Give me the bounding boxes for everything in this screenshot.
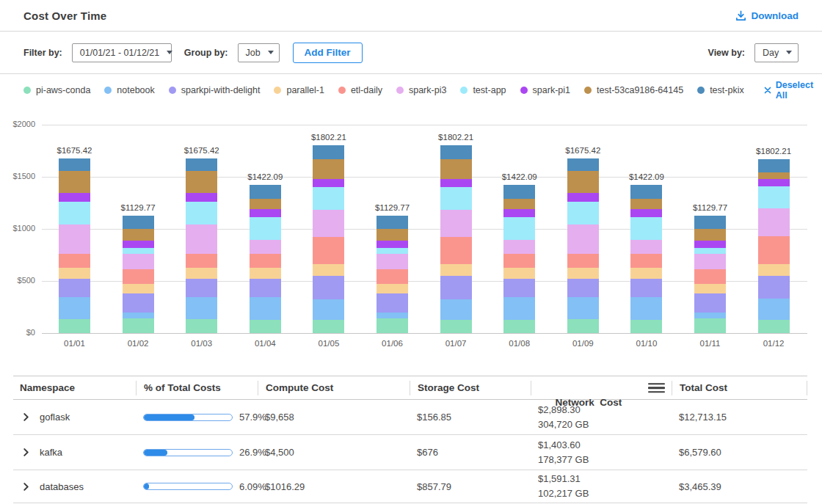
pct-total-costs-cell: 57.9% <box>136 412 258 423</box>
total-cost-cell: $6,579.60 <box>672 447 807 458</box>
stacked-bar[interactable] <box>250 185 281 333</box>
bar-segment-pi-aws-conda <box>250 320 281 333</box>
pct-total-costs-cell: 26.9% <box>136 447 258 458</box>
chevron-right-icon[interactable] <box>22 483 30 491</box>
chevron-right-icon[interactable] <box>22 413 30 421</box>
bar-segment-test-app <box>503 217 535 241</box>
bar-segment-pi-aws-conda <box>630 320 662 333</box>
bar-segment-test-53ca9186-64145 <box>758 172 790 178</box>
stacked-bar[interactable] <box>377 216 408 333</box>
date-range-dropdown[interactable]: 01/01/21 - 01/12/21 <box>72 43 172 62</box>
chart-legend-items: pi-aws-condanotebooksparkpi-with-delight… <box>23 85 744 95</box>
x-axis-tick-label: 01/06 <box>360 339 426 348</box>
x-axis-tick-label: 01/07 <box>423 339 489 348</box>
legend-item[interactable]: spark-pi1 <box>520 85 570 95</box>
stacked-bar[interactable] <box>313 145 344 333</box>
bar-segment-test-pkix <box>377 216 408 230</box>
bar-segment-sparkpi-with-delight <box>313 276 344 299</box>
legend-item[interactable]: test-pkix <box>697 85 744 95</box>
legend-dot-icon <box>520 87 528 94</box>
x-axis-tick-label: 01/08 <box>487 339 553 348</box>
stacked-bar[interactable] <box>630 185 662 333</box>
stacked-bar[interactable] <box>503 185 535 333</box>
namespace-cell[interactable]: databases <box>13 481 136 492</box>
gridline <box>42 177 807 178</box>
bar-segment-spark-pi3 <box>313 210 344 237</box>
bar-segment-notebook <box>186 297 217 319</box>
legend-item[interactable]: spark-pi3 <box>396 85 446 95</box>
legend-item-label: spark-pi3 <box>409 85 446 95</box>
bar-segment-test-pkix <box>503 185 535 199</box>
legend-dot-icon <box>697 87 705 94</box>
bar-segment-spark-pi1 <box>567 193 599 202</box>
filter-by-label: Filter by: <box>23 48 62 58</box>
bar-segment-sparkpi-with-delight <box>250 279 281 297</box>
bar-segment-parallel-1 <box>630 268 662 279</box>
bar-segment-sparkpi-with-delight <box>123 293 154 313</box>
legend-item[interactable]: test-53ca9186-64145 <box>584 85 683 95</box>
legend-item[interactable]: test-app <box>460 85 506 95</box>
network-cost-value: $1,591.31 <box>538 472 672 486</box>
bar-segment-spark-pi1 <box>123 241 154 248</box>
legend-item-label: spark-pi1 <box>533 85 570 95</box>
gridline <box>42 281 807 282</box>
download-button[interactable]: Download <box>735 10 799 21</box>
legend-dot-icon <box>396 87 404 94</box>
bar-segment-spark-pi1 <box>250 209 281 217</box>
namespace-cell[interactable]: goflask <box>13 412 136 423</box>
legend-item[interactable]: parallel-1 <box>274 85 324 95</box>
bar-segment-test-pkix <box>758 159 790 173</box>
x-axis-tick-label: 01/03 <box>169 339 235 348</box>
bar-segment-parallel-1 <box>59 268 90 279</box>
bar-total-label: $1129.77 <box>360 203 426 212</box>
bar-segment-spark-pi1 <box>694 241 726 248</box>
bar-segment-parallel-1 <box>503 268 535 279</box>
bar-segment-test-53ca9186-64145 <box>313 159 344 179</box>
stacked-bar[interactable] <box>59 158 90 333</box>
bar-segment-spark-pi3 <box>186 224 217 254</box>
bar-segment-test-53ca9186-64145 <box>567 171 599 192</box>
view-by-dropdown[interactable]: Day <box>754 43 799 62</box>
bar-segment-test-pkix <box>630 185 662 199</box>
bar-segment-notebook <box>758 299 790 319</box>
legend-dot-icon <box>274 87 281 94</box>
stacked-bar[interactable] <box>694 216 726 333</box>
namespace-cell[interactable]: kafka <box>13 447 136 458</box>
bar-segment-spark-pi1 <box>758 179 790 187</box>
bar-total-label: $1422.09 <box>232 172 298 181</box>
group-by-dropdown[interactable]: Job <box>238 43 280 62</box>
legend-item[interactable]: notebook <box>104 85 154 95</box>
column-header-network-cost: Network Cost <box>531 381 672 395</box>
bar-segment-test-pkix <box>567 158 599 171</box>
stacked-bar[interactable] <box>440 145 472 333</box>
y-axis-tick-label: $1000 <box>0 224 35 233</box>
legend-item-label: test-pkix <box>710 85 744 95</box>
add-filter-button[interactable]: Add Filter <box>293 43 363 63</box>
total-cost-cell: $12,713.15 <box>672 412 807 423</box>
legend-item-label: test-app <box>473 85 506 95</box>
view-by-value: Day <box>763 48 779 58</box>
column-menu-icon[interactable] <box>648 383 665 393</box>
legend-item[interactable]: sparkpi-with-delight <box>169 85 261 95</box>
legend-item-label: pi-aws-conda <box>36 85 90 95</box>
legend-item[interactable]: pi-aws-conda <box>23 85 90 95</box>
bar-segment-parallel-1 <box>313 264 344 276</box>
bar-segment-test-53ca9186-64145 <box>59 171 90 192</box>
column-header-storage-cost: Storage Cost <box>410 381 531 395</box>
legend-item-label: test-53ca9186-64145 <box>597 85 683 95</box>
stacked-bar[interactable] <box>186 158 217 333</box>
compute-cost-cell: $9,658 <box>258 412 410 423</box>
deselect-all-button[interactable]: Deselect All <box>764 80 813 101</box>
stacked-bar[interactable] <box>123 216 154 333</box>
namespace-label: kafka <box>40 447 62 458</box>
x-axis-tick-label: 01/05 <box>296 339 362 348</box>
bar-segment-parallel-1 <box>123 284 154 294</box>
chevron-right-icon[interactable] <box>22 448 30 456</box>
network-gb-value: 102,217 GB <box>538 486 672 501</box>
bar-segment-test-53ca9186-64145 <box>186 171 217 192</box>
stacked-bar[interactable] <box>758 159 790 333</box>
bar-segment-notebook <box>59 297 90 319</box>
bar-total-label: $1422.09 <box>614 172 680 181</box>
stacked-bar[interactable] <box>567 158 599 333</box>
legend-item[interactable]: etl-daily <box>338 85 382 95</box>
